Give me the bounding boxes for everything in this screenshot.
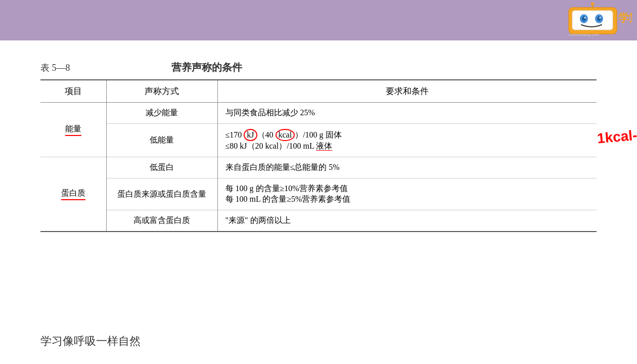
- table-row: 蛋白质 低蛋白 来自蛋白质的能量≤总能量的 5%: [40, 157, 597, 178]
- category-protein: 蛋白质: [40, 157, 106, 232]
- svg-point-5: [597, 16, 601, 21]
- energy-label: 能量: [65, 124, 81, 136]
- kj-circled: kJ: [244, 129, 257, 141]
- req-protein-source-line1: 每 100 g 的含量≥10%营养素参考值: [225, 184, 589, 194]
- req-protein-source: 每 100 g 的含量≥10%营养素参考值 每 100 mL 的含量≥5%营养素…: [217, 178, 597, 210]
- req-protein-source-line2: 每 100 mL 的含量≥5%营养素参考值: [225, 194, 589, 205]
- method-high-protein: 高或富含蛋白质: [106, 210, 217, 232]
- col-header-category: 项目: [40, 80, 106, 103]
- svg-point-4: [582, 16, 586, 21]
- method-low-protein: 低蛋白: [106, 157, 217, 178]
- req-low-protein: 来自蛋白质的能量≤总能量的 5%: [217, 157, 597, 178]
- nutrition-table: 项目 声称方式 要求和条件 能量 减少能量 与同类食品相比减少 25% 低能量 …: [40, 79, 597, 232]
- col-header-requirement: 要求和条件: [217, 80, 597, 103]
- table-row: 高或富含蛋白质 "来源" 的两倍以上: [40, 210, 597, 232]
- method-low-energy: 低能量: [106, 124, 217, 157]
- top-banner: 学慧 xuehuiwang.com: [0, 0, 637, 40]
- svg-point-6: [584, 17, 586, 19]
- req-low-energy: ≤170 kJ（40 kcal）/100 g 固体 1kcal- ≤80 kJ（…: [217, 124, 597, 157]
- category-energy: 能量: [40, 103, 106, 157]
- svg-point-7: [600, 17, 601, 19]
- req-reduce-energy: 与同类食品相比减少 25%: [217, 103, 597, 124]
- method-reduce-energy: 减少能量: [106, 103, 217, 124]
- req-low-energy-line1: ≤170 kJ（40 kcal）/100 g 固体 1kcal-: [225, 129, 589, 141]
- svg-text:xuehuiwang.com: xuehuiwang.com: [569, 32, 599, 37]
- table-header-row: 表 5—8 营养声称的条件: [40, 61, 597, 74]
- table-row: 低能量 ≤170 kJ（40 kcal）/100 g 固体 1kcal- ≤80…: [40, 124, 597, 157]
- req-high-protein: "来源" 的两倍以上: [217, 210, 597, 232]
- kcal-circled: kcal: [276, 129, 295, 141]
- table-row: 蛋白质来源或蛋白质含量 每 100 g 的含量≥10%营养素参考值 每 100 …: [40, 178, 597, 210]
- table-header: 项目 声称方式 要求和条件: [40, 80, 597, 103]
- main-content: 表 5—8 营养声称的条件 项目 声称方式 要求和条件 能量 减少能量 与同类食…: [0, 40, 637, 242]
- table-row: 能量 减少能量 与同类食品相比减少 25%: [40, 103, 597, 124]
- col-header-method: 声称方式: [106, 80, 217, 103]
- logo-icon: 学慧 xuehuiwang.com: [566, 3, 632, 37]
- bottom-slogan: 学习像呼吸一样自然: [40, 334, 141, 349]
- table-label: 表 5—8: [40, 62, 70, 74]
- req-low-energy-line2: ≤80 kJ（20 kcal）/100 mL 液体: [225, 141, 589, 152]
- liquid-underlined: 液体: [316, 142, 332, 150]
- table-title: 营养声称的条件: [171, 61, 242, 74]
- svg-point-9: [591, 3, 594, 5]
- logo-container: 学慧 xuehuiwang.com: [566, 3, 632, 37]
- svg-text:学慧: 学慧: [618, 12, 632, 24]
- protein-label: 蛋白质: [61, 188, 85, 200]
- method-protein-source: 蛋白质来源或蛋白质含量: [106, 178, 217, 210]
- handwritten-annotation: 1kcal-: [596, 127, 637, 147]
